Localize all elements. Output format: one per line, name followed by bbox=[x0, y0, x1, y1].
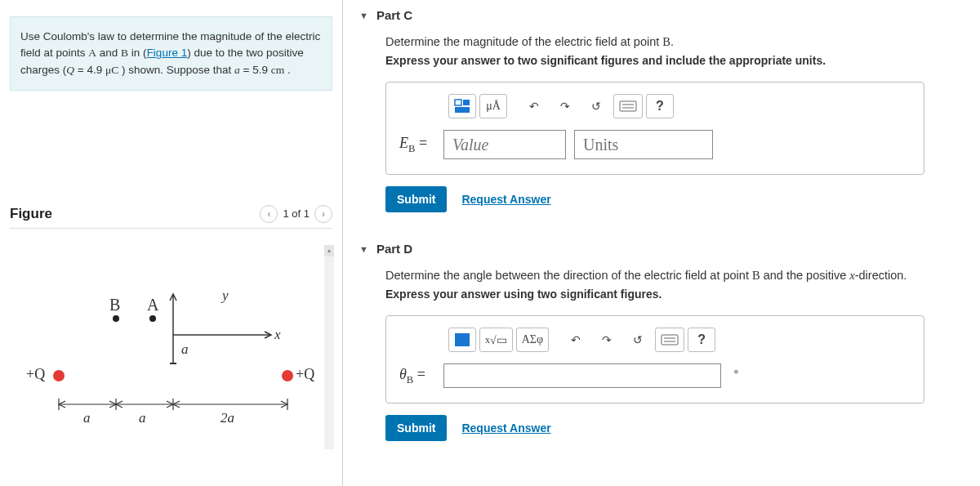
undo-icon[interactable]: ↶ bbox=[562, 328, 590, 352]
redo-icon[interactable]: ↷ bbox=[593, 328, 621, 352]
svg-point-6 bbox=[149, 315, 156, 322]
greek-tool-button[interactable]: ΑΣφ bbox=[516, 328, 549, 352]
dim-2a: 2a bbox=[220, 410, 234, 426]
svg-rect-18 bbox=[455, 333, 470, 346]
figure-scroll-up[interactable]: ▴ bbox=[324, 245, 334, 256]
part-d-answer-box: x√▭ ΑΣφ ↶ ↷ ↺ ? θB = ∘ bbox=[385, 315, 924, 404]
label-a: A bbox=[147, 296, 158, 314]
request-answer-link[interactable]: Request Answer bbox=[461, 193, 550, 206]
figure-page-indicator: 1 of 1 bbox=[283, 207, 310, 220]
degree-unit: ∘ bbox=[733, 364, 740, 377]
help-button[interactable]: ? bbox=[688, 328, 715, 352]
figure-diagram: ▴ bbox=[10, 245, 332, 449]
label-plusq-right: +Q bbox=[296, 366, 314, 383]
part-d-instruction: Express your answer using two significan… bbox=[385, 288, 972, 301]
label-x: x bbox=[274, 327, 281, 343]
help-button[interactable]: ? bbox=[646, 94, 674, 118]
redo-icon[interactable]: ↷ bbox=[551, 94, 579, 118]
theta-input[interactable] bbox=[443, 363, 721, 388]
templates-icon[interactable] bbox=[448, 94, 476, 118]
figure-prev-button[interactable]: ‹ bbox=[260, 205, 278, 223]
part-d-title: Part D bbox=[376, 242, 412, 256]
label-a-mid: a bbox=[181, 341, 189, 358]
figure-next-button[interactable]: › bbox=[314, 205, 332, 223]
label-b: B bbox=[109, 296, 120, 314]
figure-title: Figure bbox=[10, 206, 52, 222]
figure-link[interactable]: Figure 1 bbox=[147, 47, 188, 59]
reset-icon[interactable]: ↺ bbox=[624, 328, 652, 352]
dim-a1: a bbox=[83, 410, 91, 426]
part-c-prompt: Determine the magnitude of the electric … bbox=[385, 35, 972, 49]
label-plusq-left: +Q bbox=[26, 366, 45, 383]
svg-rect-19 bbox=[662, 335, 678, 345]
svg-rect-13 bbox=[463, 100, 470, 105]
templates-icon[interactable] bbox=[448, 328, 476, 352]
part-c-instruction: Express your answer to two significant f… bbox=[385, 54, 972, 67]
svg-point-5 bbox=[113, 315, 119, 322]
svg-rect-14 bbox=[455, 107, 470, 113]
svg-rect-12 bbox=[455, 100, 461, 105]
caret-down-icon: ▼ bbox=[359, 244, 368, 254]
value-input[interactable] bbox=[443, 130, 566, 159]
diagram-svg bbox=[10, 245, 320, 445]
dim-a2: a bbox=[139, 410, 146, 426]
part-c-title: Part C bbox=[376, 8, 412, 22]
part-c-header[interactable]: ▼ Part C bbox=[359, 3, 972, 27]
svg-point-4 bbox=[282, 370, 293, 381]
keyboard-icon[interactable] bbox=[613, 94, 643, 118]
units-tool-button[interactable]: μÅ bbox=[479, 94, 507, 118]
submit-button[interactable]: Submit bbox=[385, 186, 447, 212]
figure-pager: ‹ 1 of 1 › bbox=[260, 205, 332, 223]
part-c-answer-box: μÅ ↶ ↷ ↺ ? EB = bbox=[385, 82, 924, 175]
problem-statement: Use Coulomb's law to determine the magni… bbox=[10, 16, 332, 91]
figure-scrollbar[interactable] bbox=[324, 245, 334, 449]
eb-label: EB = bbox=[399, 135, 435, 155]
submit-button[interactable]: Submit bbox=[385, 415, 447, 441]
point-a-ref: A bbox=[88, 47, 96, 59]
sqrt-icon[interactable]: x√▭ bbox=[479, 328, 513, 352]
undo-icon[interactable]: ↶ bbox=[520, 94, 548, 118]
svg-point-3 bbox=[53, 370, 65, 381]
caret-down-icon: ▼ bbox=[359, 11, 368, 20]
point-b-ref: B bbox=[121, 47, 128, 59]
part-d-header[interactable]: ▼ Part D bbox=[359, 237, 972, 261]
request-answer-link[interactable]: Request Answer bbox=[461, 421, 550, 435]
reset-icon[interactable]: ↺ bbox=[582, 94, 610, 118]
part-d-prompt: Determine the angle between the directio… bbox=[385, 269, 972, 283]
theta-b-label: θB = bbox=[399, 366, 435, 386]
keyboard-icon[interactable] bbox=[655, 328, 684, 352]
svg-rect-15 bbox=[620, 101, 636, 111]
label-y: y bbox=[222, 288, 229, 304]
units-input[interactable] bbox=[574, 130, 713, 159]
